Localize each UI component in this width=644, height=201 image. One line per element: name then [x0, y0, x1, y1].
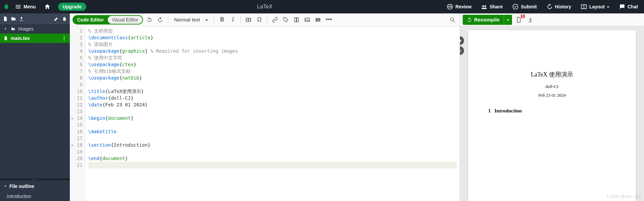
undo-icon — [146, 17, 152, 23]
format-select-label: Normal text — [174, 17, 200, 22]
svg-point-3 — [485, 5, 486, 7]
math-button[interactable]: Ω — [255, 15, 264, 24]
submit-icon — [512, 3, 519, 10]
svg-rect-11 — [316, 18, 317, 21]
preview-toolbar: Recompile 1 — [460, 13, 644, 26]
recompile-button[interactable]: Recompile — [463, 15, 512, 25]
mode-visual[interactable]: Visual Editor — [108, 16, 142, 24]
pdf-title: LaTeX 使用演示 — [488, 70, 616, 79]
overleaf-logo-icon — [3, 3, 10, 10]
share-button[interactable]: Share — [477, 1, 506, 12]
chat-label: Chat — [628, 4, 638, 9]
upload-icon[interactable] — [19, 16, 24, 21]
chevron-right-icon — [3, 27, 8, 31]
editor-mode-toggle[interactable]: Code Editor Visual Editor — [73, 15, 143, 24]
delete-icon[interactable] — [62, 16, 67, 21]
search-button[interactable] — [448, 15, 457, 24]
image-icon — [304, 17, 310, 23]
file-icon — [3, 36, 8, 41]
project-title: LaTeX — [86, 4, 443, 10]
editor-toolbar: Code Editor Visual Editor Normal text B … — [70, 13, 460, 26]
preview-body[interactable]: ➜ ➜ LaTeX 使用演示 doll-CJ Feb 23 01 2024 1 … — [460, 26, 644, 201]
layout-icon — [581, 3, 587, 10]
top-bar: Menu Upgrade LaTeX AbReview Share Submit… — [0, 0, 644, 13]
chat-button[interactable]: Chat — [615, 1, 641, 12]
bold-button[interactable]: B — [218, 15, 226, 24]
review-button[interactable]: AbReview — [443, 1, 475, 12]
chevron-down-icon — [607, 6, 609, 9]
history-label: History — [555, 4, 571, 9]
share-icon — [481, 3, 488, 10]
svg-rect-12 — [318, 18, 319, 21]
folder-label: Images — [18, 26, 34, 32]
chat-icon — [619, 3, 626, 10]
recompile-dropdown[interactable] — [504, 15, 512, 25]
more-button[interactable]: ••• — [324, 15, 333, 24]
sidebar: Images main.tex ⋮ •••• File outline Intr… — [0, 13, 70, 201]
folder-images[interactable]: Images — [0, 24, 70, 34]
layout-button[interactable]: Layout — [577, 1, 613, 12]
ref-button[interactable] — [292, 15, 301, 24]
editor-column: Code Editor Visual Editor Normal text B … — [70, 13, 460, 201]
code-lines[interactable]: % 文档类型\documentclass{article}% 添加图片\usep… — [86, 26, 460, 201]
home-button[interactable] — [41, 1, 54, 12]
pdf-page: LaTeX 使用演示 doll-CJ Feb 23 01 2024 1 Intr… — [468, 30, 636, 201]
new-folder-icon[interactable] — [11, 16, 16, 21]
preview-column: Recompile 1 ➜ ➜ LaTeX 使用演示 doll-CJ Feb 2… — [460, 13, 644, 201]
review-icon: Ab — [447, 3, 453, 10]
layout-label: Layout — [589, 4, 605, 9]
logs-button[interactable]: 1 — [514, 15, 523, 24]
submit-label: Submit — [521, 4, 537, 9]
file-toolbar — [0, 13, 70, 24]
section-title: Introduction — [495, 108, 522, 113]
tag-icon — [283, 17, 289, 23]
italic-button[interactable]: I — [228, 15, 237, 24]
outline-header[interactable]: File outline — [0, 181, 70, 192]
image-button[interactable] — [303, 15, 312, 24]
pdf-section: 1 Introduction — [488, 108, 616, 114]
columns-icon — [315, 17, 321, 23]
outline-item-introduction[interactable]: Introduction — [0, 192, 70, 201]
file-menu-button[interactable]: ⋮ — [62, 36, 66, 41]
svg-point-14 — [451, 18, 454, 21]
chevron-down-icon — [205, 19, 208, 22]
pdf-date: Feb 23 01 2024 — [488, 93, 616, 98]
table-icon — [245, 17, 251, 23]
share-label: Share — [490, 4, 503, 9]
redo-button[interactable] — [156, 15, 165, 24]
table-button[interactable] — [244, 15, 253, 24]
file-label: main.tex — [11, 36, 30, 41]
hamburger-icon — [15, 3, 21, 10]
cite-button[interactable] — [281, 15, 290, 24]
recompile-icon — [467, 17, 472, 22]
submit-button[interactable]: Submit — [509, 1, 540, 12]
download-icon — [527, 17, 533, 23]
svg-text:Ab: Ab — [448, 5, 452, 8]
expand-left-button[interactable]: ➜ — [460, 46, 464, 55]
section-num: 1 — [488, 108, 491, 113]
watermark: CSDN @doll ~CJ — [607, 194, 641, 199]
code-editor[interactable]: 12345678910111213▸ 14151617▸ 18192021 % … — [70, 26, 460, 201]
menu-label: Menu — [24, 4, 36, 9]
logs-badge: 1 — [521, 14, 525, 18]
mode-code[interactable]: Code Editor — [73, 16, 108, 24]
link-button[interactable] — [271, 15, 279, 24]
new-file-icon[interactable] — [3, 16, 8, 21]
history-button[interactable]: History — [543, 1, 574, 12]
chevron-down-icon — [3, 184, 7, 188]
expand-right-button[interactable]: ➜ — [460, 36, 464, 45]
download-button[interactable] — [525, 15, 535, 24]
outline-header-label: File outline — [9, 184, 34, 189]
undo-button[interactable] — [145, 15, 154, 24]
menu-button[interactable]: Menu — [11, 1, 39, 12]
upgrade-button[interactable]: Upgrade — [58, 3, 87, 11]
rename-icon[interactable] — [54, 16, 59, 21]
book-icon — [293, 17, 300, 23]
redo-icon — [157, 17, 163, 23]
format-select[interactable]: Normal text — [172, 15, 211, 24]
home-icon — [44, 3, 51, 10]
figure-button[interactable] — [314, 15, 322, 24]
link-icon — [272, 17, 278, 23]
folder-icon — [11, 27, 15, 31]
file-main-tex[interactable]: main.tex ⋮ — [0, 34, 70, 43]
